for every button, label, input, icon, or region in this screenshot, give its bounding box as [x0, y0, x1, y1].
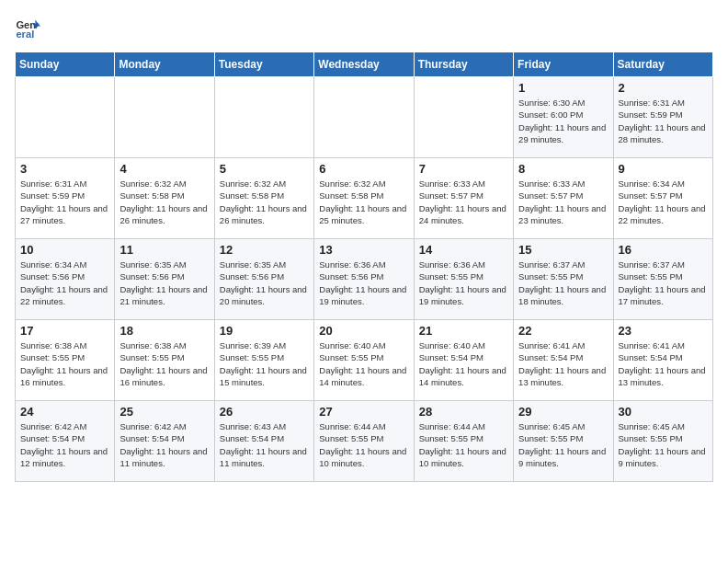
calendar-cell: 3Sunrise: 6:31 AM Sunset: 5:59 PM Daylig… [16, 158, 115, 239]
calendar-cell: 14Sunrise: 6:36 AM Sunset: 5:55 PM Dayli… [414, 239, 513, 320]
day-number: 20 [319, 324, 408, 338]
calendar-cell: 19Sunrise: 6:39 AM Sunset: 5:55 PM Dayli… [214, 320, 313, 401]
day-info: Sunrise: 6:37 AM Sunset: 5:55 PM Dayligh… [619, 259, 708, 307]
day-number: 25 [119, 405, 209, 419]
day-info: Sunrise: 6:41 AM Sunset: 5:54 PM Dayligh… [518, 339, 608, 388]
day-info: Sunrise: 6:40 AM Sunset: 5:54 PM Dayligh… [419, 339, 508, 388]
calendar-cell: 27Sunrise: 6:44 AM Sunset: 5:55 PM Dayli… [314, 401, 414, 482]
day-number: 30 [619, 405, 708, 419]
day-info: Sunrise: 6:44 AM Sunset: 5:55 PM Dayligh… [419, 420, 508, 469]
day-header-sunday: Sunday [16, 52, 115, 77]
day-number: 23 [619, 324, 708, 338]
day-number: 11 [119, 243, 209, 257]
day-number: 19 [220, 324, 309, 338]
day-info: Sunrise: 6:37 AM Sunset: 5:55 PM Dayligh… [518, 259, 608, 307]
svg-text:eral: eral [16, 29, 34, 40]
day-number: 7 [419, 162, 508, 176]
calendar-cell: 9Sunrise: 6:34 AM Sunset: 5:57 PM Daylig… [613, 158, 712, 239]
day-info: Sunrise: 6:35 AM Sunset: 5:56 PM Dayligh… [220, 259, 309, 307]
calendar-cell: 12Sunrise: 6:35 AM Sunset: 5:56 PM Dayli… [214, 239, 313, 320]
day-header-tuesday: Tuesday [214, 52, 313, 77]
calendar-cell: 29Sunrise: 6:45 AM Sunset: 5:55 PM Dayli… [514, 401, 613, 482]
page-header: Gen eral [15, 15, 713, 40]
day-info: Sunrise: 6:42 AM Sunset: 5:54 PM Dayligh… [119, 420, 209, 469]
day-info: Sunrise: 6:41 AM Sunset: 5:54 PM Dayligh… [619, 339, 708, 388]
calendar-cell: 18Sunrise: 6:38 AM Sunset: 5:55 PM Dayli… [115, 320, 214, 401]
day-number: 12 [220, 243, 309, 257]
calendar-cell: 10Sunrise: 6:34 AM Sunset: 5:56 PM Dayli… [16, 239, 115, 320]
calendar-cell: 16Sunrise: 6:37 AM Sunset: 5:55 PM Dayli… [613, 239, 712, 320]
day-info: Sunrise: 6:44 AM Sunset: 5:55 PM Dayligh… [319, 420, 408, 469]
day-info: Sunrise: 6:34 AM Sunset: 5:56 PM Dayligh… [20, 259, 109, 307]
day-info: Sunrise: 6:33 AM Sunset: 5:57 PM Dayligh… [419, 178, 508, 226]
day-number: 21 [419, 324, 508, 338]
day-info: Sunrise: 6:38 AM Sunset: 5:55 PM Dayligh… [119, 339, 209, 388]
day-number: 14 [419, 243, 508, 257]
day-header-wednesday: Wednesday [314, 52, 414, 77]
calendar-header-row: SundayMondayTuesdayWednesdayThursdayFrid… [16, 52, 713, 77]
calendar-week-row: 3Sunrise: 6:31 AM Sunset: 5:59 PM Daylig… [16, 158, 713, 239]
calendar-cell: 20Sunrise: 6:40 AM Sunset: 5:55 PM Dayli… [314, 320, 414, 401]
calendar-cell: 7Sunrise: 6:33 AM Sunset: 5:57 PM Daylig… [414, 158, 513, 239]
day-info: Sunrise: 6:45 AM Sunset: 5:55 PM Dayligh… [619, 420, 708, 469]
calendar-cell: 30Sunrise: 6:45 AM Sunset: 5:55 PM Dayli… [613, 401, 712, 482]
day-info: Sunrise: 6:32 AM Sunset: 5:58 PM Dayligh… [220, 178, 309, 226]
day-number: 18 [119, 324, 209, 338]
calendar-cell: 6Sunrise: 6:32 AM Sunset: 5:58 PM Daylig… [314, 158, 414, 239]
day-info: Sunrise: 6:35 AM Sunset: 5:56 PM Dayligh… [119, 259, 209, 307]
calendar-cell: 17Sunrise: 6:38 AM Sunset: 5:55 PM Dayli… [16, 320, 115, 401]
day-header-friday: Friday [514, 52, 613, 77]
calendar-cell [214, 77, 313, 158]
calendar-cell: 21Sunrise: 6:40 AM Sunset: 5:54 PM Dayli… [414, 320, 513, 401]
day-number: 22 [518, 324, 608, 338]
day-number: 3 [20, 162, 109, 176]
logo: Gen eral [15, 15, 44, 40]
logo-icon: Gen eral [15, 15, 40, 40]
calendar-cell: 4Sunrise: 6:32 AM Sunset: 5:58 PM Daylig… [115, 158, 214, 239]
calendar-cell: 15Sunrise: 6:37 AM Sunset: 5:55 PM Dayli… [514, 239, 613, 320]
day-number: 8 [518, 162, 608, 176]
day-info: Sunrise: 6:36 AM Sunset: 5:56 PM Dayligh… [319, 259, 408, 307]
day-number: 1 [518, 81, 608, 95]
day-info: Sunrise: 6:42 AM Sunset: 5:54 PM Dayligh… [20, 420, 109, 469]
calendar-week-row: 24Sunrise: 6:42 AM Sunset: 5:54 PM Dayli… [16, 401, 713, 482]
day-number: 5 [220, 162, 309, 176]
calendar-cell: 5Sunrise: 6:32 AM Sunset: 5:58 PM Daylig… [214, 158, 313, 239]
calendar-cell: 28Sunrise: 6:44 AM Sunset: 5:55 PM Dayli… [414, 401, 513, 482]
calendar-cell: 24Sunrise: 6:42 AM Sunset: 5:54 PM Dayli… [16, 401, 115, 482]
day-info: Sunrise: 6:34 AM Sunset: 5:57 PM Dayligh… [619, 178, 708, 226]
day-info: Sunrise: 6:40 AM Sunset: 5:55 PM Dayligh… [319, 339, 408, 388]
calendar-cell: 8Sunrise: 6:33 AM Sunset: 5:57 PM Daylig… [514, 158, 613, 239]
day-number: 10 [20, 243, 109, 257]
day-info: Sunrise: 6:43 AM Sunset: 5:54 PM Dayligh… [220, 420, 309, 469]
day-number: 28 [419, 405, 508, 419]
calendar-cell [414, 77, 513, 158]
calendar-cell: 2Sunrise: 6:31 AM Sunset: 5:59 PM Daylig… [613, 77, 712, 158]
day-number: 27 [319, 405, 408, 419]
day-number: 4 [119, 162, 209, 176]
calendar-table: SundayMondayTuesdayWednesdayThursdayFrid… [15, 52, 713, 482]
day-info: Sunrise: 6:45 AM Sunset: 5:55 PM Dayligh… [518, 420, 608, 469]
day-number: 17 [20, 324, 109, 338]
day-info: Sunrise: 6:32 AM Sunset: 5:58 PM Dayligh… [319, 178, 408, 226]
day-number: 26 [220, 405, 309, 419]
calendar-cell [314, 77, 414, 158]
day-header-saturday: Saturday [613, 52, 712, 77]
day-number: 13 [319, 243, 408, 257]
day-info: Sunrise: 6:30 AM Sunset: 6:00 PM Dayligh… [518, 97, 608, 145]
calendar-body: 1Sunrise: 6:30 AM Sunset: 6:00 PM Daylig… [16, 77, 713, 482]
day-number: 15 [518, 243, 608, 257]
calendar-cell [115, 77, 214, 158]
day-number: 16 [619, 243, 708, 257]
day-header-thursday: Thursday [414, 52, 513, 77]
day-number: 29 [518, 405, 608, 419]
calendar-cell: 11Sunrise: 6:35 AM Sunset: 5:56 PM Dayli… [115, 239, 214, 320]
day-info: Sunrise: 6:38 AM Sunset: 5:55 PM Dayligh… [20, 339, 109, 388]
calendar-week-row: 17Sunrise: 6:38 AM Sunset: 5:55 PM Dayli… [16, 320, 713, 401]
day-number: 2 [619, 81, 708, 95]
calendar-week-row: 1Sunrise: 6:30 AM Sunset: 6:00 PM Daylig… [16, 77, 713, 158]
calendar-cell: 25Sunrise: 6:42 AM Sunset: 5:54 PM Dayli… [115, 401, 214, 482]
day-number: 9 [619, 162, 708, 176]
day-header-monday: Monday [115, 52, 214, 77]
day-info: Sunrise: 6:39 AM Sunset: 5:55 PM Dayligh… [220, 339, 309, 388]
